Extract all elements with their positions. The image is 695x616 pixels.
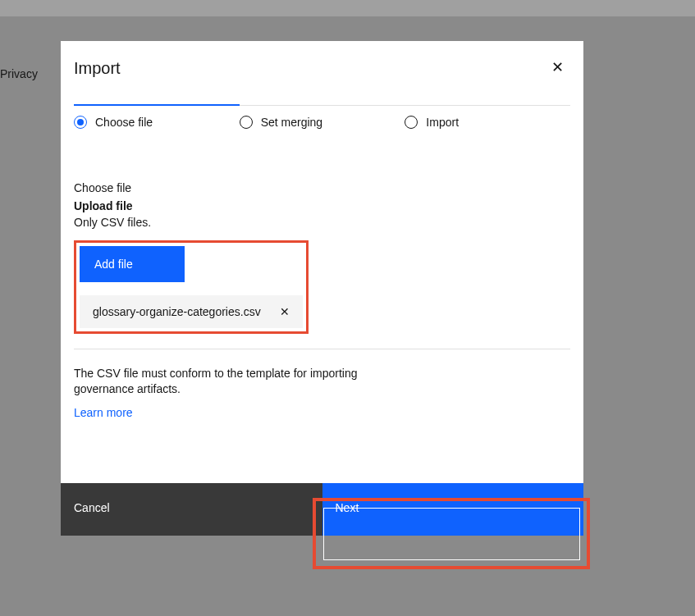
modal-footer: Cancel Next [61, 483, 583, 536]
step-choose-file[interactable]: Choose file [74, 106, 240, 129]
divider [74, 349, 570, 349]
modal-title: Import [74, 59, 121, 78]
close-icon: ✕ [280, 305, 290, 318]
learn-more-link[interactable]: Learn more [74, 406, 133, 419]
radio-empty-icon [405, 116, 418, 129]
selected-file-name: glossary-organize-categories.csv [93, 305, 277, 318]
close-icon: ✕ [551, 58, 564, 76]
step-import[interactable]: Import [405, 106, 570, 129]
modal-header: Import ✕ [61, 41, 583, 80]
upload-highlight-box: Add file glossary-organize-categories.cs… [74, 240, 309, 334]
selected-file-chip: glossary-organize-categories.csv ✕ [80, 295, 303, 328]
step-set-merging[interactable]: Set merging [240, 106, 405, 129]
cancel-button[interactable]: Cancel [61, 483, 322, 536]
radio-empty-icon [240, 116, 253, 129]
step-label: Set merging [261, 116, 322, 129]
background-topbar [0, 0, 695, 16]
step-label: Choose file [95, 116, 153, 129]
upload-title: Upload file [74, 199, 570, 212]
section-label: Choose file [74, 181, 570, 194]
step-label: Import [426, 116, 459, 129]
add-file-button[interactable]: Add file [80, 246, 185, 282]
remove-file-button[interactable]: ✕ [277, 305, 293, 318]
progress-steps: Choose file Set merging Import [61, 105, 583, 129]
import-modal: Import ✕ Choose file Set merging Import … [61, 41, 583, 536]
template-hint-text: The CSV file must conform to the templat… [74, 366, 386, 397]
close-button[interactable]: ✕ [544, 54, 570, 80]
radio-filled-icon [74, 116, 87, 129]
upload-hint: Only CSV files. [74, 216, 570, 229]
next-button[interactable]: Next [322, 483, 584, 536]
background-sidebar-item: Privacy [0, 67, 38, 80]
modal-body: Choose file Upload file Only CSV files. … [61, 181, 583, 444]
